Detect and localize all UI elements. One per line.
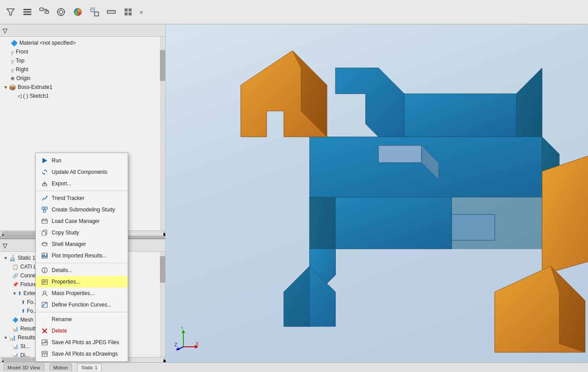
- fo1-icon: ⬆: [21, 299, 25, 305]
- fo2-icon: ⬆: [21, 308, 25, 314]
- ctx-sep-1: [36, 191, 128, 191]
- export-icon: [41, 180, 48, 187]
- ctx-run-label: Run: [52, 157, 61, 164]
- ctx-properties[interactable]: Properties...: [36, 276, 128, 288]
- lower-tree-scrollbar[interactable]: [160, 252, 165, 357]
- ctx-update-all[interactable]: Update All Components: [36, 166, 128, 178]
- tree-label-sketch: ◁ ( ) Sketch1: [18, 93, 49, 99]
- ctx-submodeling[interactable]: Create Submodeling Study: [36, 204, 128, 215]
- mesh-icon: 🔷: [12, 317, 19, 323]
- svg-point-8: [57, 8, 64, 15]
- list-toolbar-icon[interactable]: [20, 5, 34, 19]
- svg-rect-24: [129, 8, 132, 12]
- ctx-shell-manager[interactable]: Shell Manager: [36, 238, 128, 250]
- svg-marker-82: [451, 215, 494, 240]
- filter-icon[interactable]: ▽: [3, 27, 8, 34]
- static1-arrow: ▼: [4, 256, 8, 261]
- run-icon: [41, 157, 48, 164]
- ctx-save-jpeg[interactable]: Save All Plots as JPEG Files: [36, 337, 128, 348]
- top-toolbar: »: [0, 0, 588, 24]
- upper-tree-scrollbar[interactable]: [160, 37, 165, 230]
- svg-point-48: [44, 268, 45, 269]
- svg-marker-80: [379, 146, 421, 163]
- 3d-model-svg: [210, 42, 588, 362]
- ctx-copy-study[interactable]: Copy Study: [36, 227, 128, 238]
- svg-rect-31: [42, 207, 44, 209]
- svg-rect-1: [23, 9, 31, 10]
- tree-label-material: Material <not specified>: [19, 40, 76, 46]
- ctx-load-case[interactable]: Load Case Manager: [36, 215, 128, 227]
- update-icon: [41, 169, 48, 176]
- tree-item-sketch[interactable]: ◁ ( ) Sketch1: [0, 92, 165, 100]
- lower-right-arrow[interactable]: ▶: [163, 358, 165, 362]
- tab-model3d-label: Model 3D View: [8, 365, 40, 370]
- filter-toolbar-icon[interactable]: [4, 5, 18, 19]
- mass-icon: [41, 290, 48, 297]
- svg-marker-0: [7, 9, 14, 15]
- select-toolbar-icon[interactable]: [87, 5, 102, 19]
- ctx-plot-imported[interactable]: Plot Imported Results...: [36, 250, 128, 261]
- svg-marker-63: [335, 68, 404, 137]
- right-arrow-scroll[interactable]: ▶: [163, 231, 165, 236]
- right-icon: ╔: [11, 67, 14, 72]
- ctx-run[interactable]: Run: [36, 155, 128, 166]
- conn-icon: 🔗: [12, 273, 19, 279]
- ctx-sep-3: [36, 312, 128, 312]
- ctx-rename[interactable]: Rename: [36, 314, 128, 325]
- svg-marker-73: [284, 266, 309, 326]
- origin-icon: ⊕: [11, 76, 15, 81]
- tree-item-top[interactable]: ╔ Top: [0, 56, 165, 65]
- addon-toolbar-icon[interactable]: [121, 5, 135, 19]
- tree-item-boss-extrude[interactable]: ▼ 📦 Boss-Extrude1: [0, 83, 165, 92]
- ctx-mass-properties[interactable]: Mass Properties...: [36, 288, 128, 299]
- lower-filter-icon[interactable]: ▽: [3, 242, 8, 249]
- tree-label-st1: St...: [20, 343, 30, 349]
- status-tab-model3d[interactable]: Model 3D View: [4, 364, 44, 371]
- ctx-properties-label: Properties...: [52, 279, 80, 285]
- tree-item-origin[interactable]: ⊕ Origin: [0, 74, 165, 83]
- top-icon: ╔: [11, 58, 14, 63]
- ctx-export-label: Export...: [52, 180, 72, 187]
- status-tab-static1[interactable]: Static 1: [77, 364, 102, 371]
- ctx-trend-label: Trend Tracker: [52, 195, 84, 201]
- ctx-plot-label: Plot Imported Results...: [52, 253, 107, 259]
- tree-label-origin: Origin: [16, 75, 30, 81]
- left-panel: ▽ 🔷 Material <not specified> ╔ Front ╔ T…: [0, 24, 166, 362]
- loadcase-icon: [41, 218, 48, 225]
- lower-scrollbar-thumb: [160, 256, 165, 283]
- ctx-delete-label: Delete: [52, 328, 67, 334]
- toolbar-more-button[interactable]: »: [138, 7, 145, 17]
- svg-rect-25: [125, 12, 128, 15]
- triad: Y X Z: [175, 327, 197, 349]
- target-toolbar-icon[interactable]: [54, 5, 68, 19]
- status-tab-motion[interactable]: Motion: [49, 364, 72, 371]
- upper-filter-bar: ▽: [0, 24, 165, 37]
- details-icon: [41, 267, 48, 274]
- boss-icon: 📦: [9, 84, 16, 91]
- ctx-saveedraw-label: Save All Plots as eDrawings: [52, 351, 118, 357]
- context-menu: Run Update All Components Export... Tren: [35, 153, 128, 362]
- properties-icon: [41, 278, 48, 285]
- tree-item-front[interactable]: ╔ Front: [0, 47, 165, 56]
- ctx-details[interactable]: Details...: [36, 265, 128, 276]
- ctx-export[interactable]: Export...: [36, 178, 128, 189]
- ctx-mass-label: Mass Properties...: [52, 290, 95, 296]
- svg-point-30: [46, 196, 48, 197]
- ctx-delete[interactable]: Delete: [36, 325, 128, 337]
- ctx-trend-tracker[interactable]: Trend Tracker: [36, 192, 128, 204]
- svg-marker-64: [404, 94, 516, 137]
- svg-rect-33: [43, 210, 46, 212]
- ctx-define-function[interactable]: Define Function Curves...: [36, 299, 128, 311]
- measure-toolbar-icon[interactable]: [104, 5, 118, 19]
- tree-toolbar-icon[interactable]: [37, 5, 51, 19]
- static1-icon: 🔬: [9, 255, 16, 261]
- svg-marker-27: [42, 158, 47, 163]
- saveedraw-icon: [41, 350, 48, 357]
- color-toolbar-icon[interactable]: [71, 5, 85, 19]
- ctx-savejpeg-label: Save All Plots as JPEG Files: [52, 339, 119, 345]
- ctx-copy-label: Copy Study: [52, 230, 79, 236]
- tree-item-right[interactable]: ╔ Right: [0, 65, 165, 74]
- tree-item-material[interactable]: 🔷 Material <not specified>: [0, 38, 165, 47]
- catil-icon: 📋: [12, 264, 19, 270]
- ctx-save-edrawings[interactable]: Save All Plots as eDrawings: [36, 348, 128, 360]
